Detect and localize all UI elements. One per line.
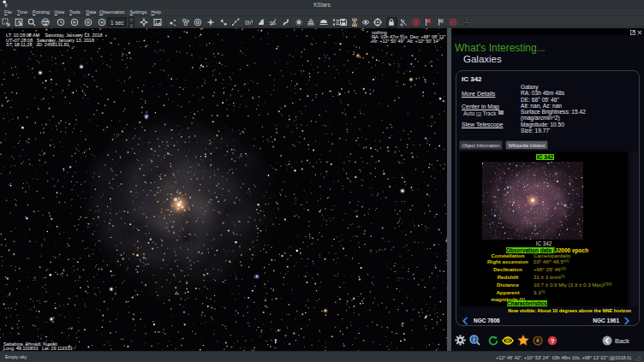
svg-text:i: i (473, 335, 474, 343)
svg-text:?: ? (551, 337, 555, 345)
svg-text:0h: 0h (245, 20, 252, 26)
